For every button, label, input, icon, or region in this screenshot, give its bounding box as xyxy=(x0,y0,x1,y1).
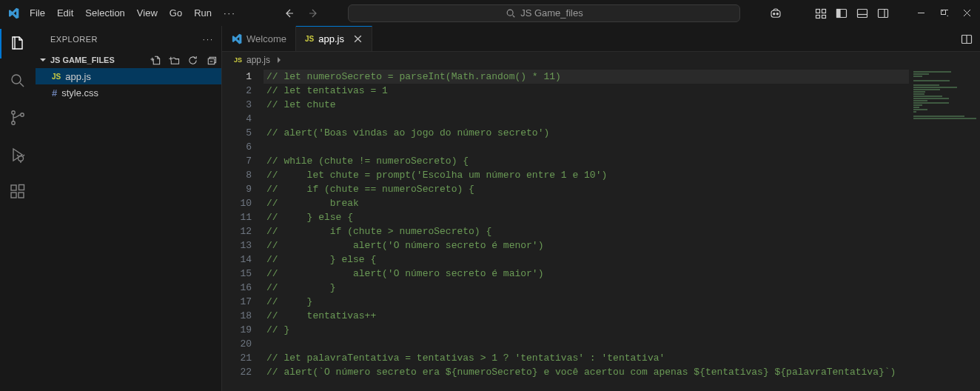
explorer-sidebar: EXPLORER ··· JS GAME_FILES JS app.js # s… xyxy=(36,26,222,391)
vscode-icon xyxy=(231,33,242,44)
command-center-text: JS Game_files xyxy=(520,7,583,19)
breadcrumb[interactable]: JS app.js xyxy=(222,52,980,68)
svg-rect-5 xyxy=(822,9,826,13)
js-file-icon: JS xyxy=(234,56,242,64)
svg-rect-18 xyxy=(11,185,16,190)
svg-rect-6 xyxy=(816,15,820,18)
svg-rect-20 xyxy=(19,193,24,198)
sidebar-title: EXPLORER xyxy=(50,35,98,44)
activity-run-debug-icon[interactable] xyxy=(0,143,36,167)
svg-rect-7 xyxy=(822,15,826,18)
activity-source-control-icon[interactable] xyxy=(0,106,36,130)
menu-edit[interactable]: Edit xyxy=(51,4,79,21)
breadcrumb-label: app.js xyxy=(246,55,270,65)
tab-label: Welcome xyxy=(246,33,286,44)
refresh-icon[interactable] xyxy=(187,55,198,66)
chevron-right-icon xyxy=(275,56,283,64)
title-bar: File Edit Selection View Go Run ··· JS G… xyxy=(0,0,980,26)
sidebar-more-icon[interactable]: ··· xyxy=(203,35,214,44)
file-item-style-css[interactable]: # style.css xyxy=(36,84,221,101)
menu-run[interactable]: Run xyxy=(188,4,218,21)
line-number-gutter: 12345678910111213141516171819202122 xyxy=(222,68,264,391)
menu-bar: File Edit Selection View Go Run ··· xyxy=(24,4,242,21)
vscode-logo-icon xyxy=(3,7,24,19)
svg-rect-19 xyxy=(11,193,16,198)
menu-go[interactable]: Go xyxy=(164,4,188,21)
svg-point-14 xyxy=(12,111,15,114)
svg-point-0 xyxy=(507,10,513,16)
svg-rect-1 xyxy=(771,10,780,17)
svg-rect-9 xyxy=(837,9,841,17)
menu-file[interactable]: File xyxy=(24,4,51,21)
svg-rect-4 xyxy=(816,9,820,13)
file-item-app-js[interactable]: JS app.js xyxy=(36,68,221,84)
js-file-icon: JS xyxy=(52,73,61,81)
file-label: app.js xyxy=(65,71,91,82)
toggle-primary-sidebar-icon[interactable] xyxy=(836,7,848,19)
menu-more[interactable]: ··· xyxy=(218,4,242,21)
folder-header[interactable]: JS GAME_FILES xyxy=(36,52,221,68)
minimize-icon[interactable] xyxy=(917,9,925,17)
collapse-all-icon[interactable] xyxy=(206,55,217,66)
svg-point-17 xyxy=(19,156,24,161)
code-content[interactable]: // let numeroSecreto = parseInt(Math.ran… xyxy=(264,68,980,391)
tab-app-js[interactable]: JS app.js xyxy=(296,26,372,51)
tab-close-icon[interactable] xyxy=(353,34,363,44)
toggle-panel-icon[interactable] xyxy=(856,7,868,19)
customize-layout-icon[interactable] xyxy=(815,7,827,19)
svg-point-16 xyxy=(21,113,24,116)
copilot-icon[interactable] xyxy=(769,7,782,20)
svg-point-3 xyxy=(776,13,778,14)
css-file-icon: # xyxy=(52,87,57,98)
nav-back-icon[interactable] xyxy=(283,7,295,19)
editor-group: Welcome JS app.js JS app.js 123456789101… xyxy=(222,26,980,391)
close-icon[interactable] xyxy=(963,9,971,17)
split-editor-icon[interactable] xyxy=(961,33,973,45)
chevron-down-icon xyxy=(38,56,47,64)
js-file-icon: JS xyxy=(305,35,314,43)
menu-view[interactable]: View xyxy=(131,4,164,21)
editor-body[interactable]: 12345678910111213141516171819202122 // l… xyxy=(222,68,980,391)
tab-label: app.js xyxy=(318,33,344,44)
svg-rect-11 xyxy=(879,9,888,17)
file-label: style.css xyxy=(61,87,98,98)
folder-name: JS GAME_FILES xyxy=(50,56,147,64)
editor-tabs: Welcome JS app.js xyxy=(222,26,980,52)
new-folder-icon[interactable] xyxy=(169,55,180,66)
svg-rect-10 xyxy=(858,9,867,17)
activity-extensions-icon[interactable] xyxy=(0,180,36,204)
file-tree: JS app.js # style.css xyxy=(36,68,221,101)
menu-selection[interactable]: Selection xyxy=(79,4,130,21)
svg-point-2 xyxy=(773,13,775,14)
maximize-icon[interactable] xyxy=(940,9,948,17)
svg-rect-21 xyxy=(19,185,24,190)
svg-point-15 xyxy=(12,121,15,124)
tab-welcome[interactable]: Welcome xyxy=(222,26,296,51)
minimap[interactable] xyxy=(909,68,980,391)
activity-explorer-icon[interactable] xyxy=(0,32,36,56)
activity-bar xyxy=(0,26,36,391)
svg-point-13 xyxy=(12,75,21,84)
new-file-icon[interactable] xyxy=(150,55,161,66)
nav-forward-icon[interactable] xyxy=(308,7,320,19)
activity-search-icon[interactable] xyxy=(0,69,36,93)
svg-rect-12 xyxy=(942,10,946,15)
toggle-secondary-sidebar-icon[interactable] xyxy=(877,7,889,19)
command-center[interactable]: JS Game_files xyxy=(348,4,740,22)
